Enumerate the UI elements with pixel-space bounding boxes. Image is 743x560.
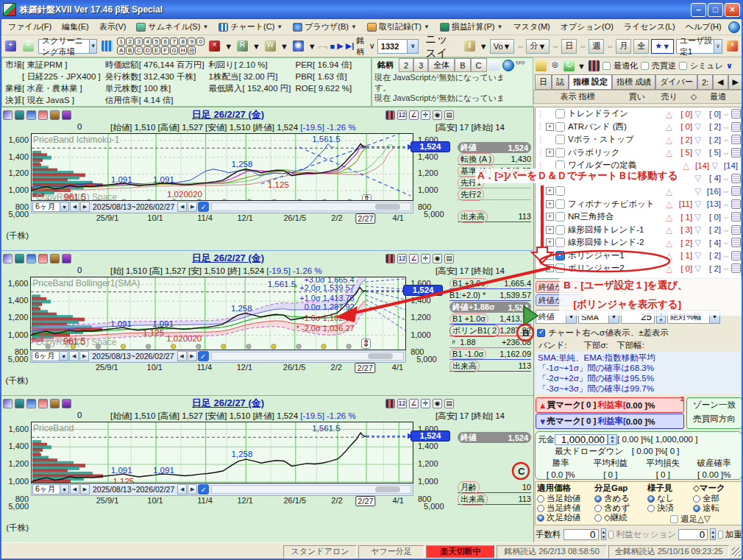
scroll-left-button[interactable]: ◀ xyxy=(70,484,79,495)
add-list-icon[interactable]: + xyxy=(21,38,36,54)
checkbox-最適化[interactable] xyxy=(602,62,611,70)
price-source-select[interactable]: 終値▼ xyxy=(536,310,577,324)
chart-scrollbar-thumb[interactable] xyxy=(368,353,393,359)
menu-item-6[interactable]: ブラウザ(B)▼ xyxy=(288,20,362,34)
page-cell-6[interactable]: 6 xyxy=(161,38,169,46)
period-select[interactable]: 6ヶ月▼ xyxy=(32,484,69,495)
calc-icon[interactable] xyxy=(731,263,741,273)
indicator-row-フィボナッチピボット[interactable]: ┆+フィボナッチピボット△[11]▽[13]⇔ xyxy=(536,198,741,211)
updown-marker[interactable]: ⇕ xyxy=(361,339,371,349)
binoculars-icon[interactable]: 👓 xyxy=(516,58,526,72)
scroll-left-button[interactable]: ◀ xyxy=(177,351,187,361)
page-cell-5[interactable]: 5 xyxy=(152,38,160,46)
radio-option-◇継続[interactable]: ◇継続 xyxy=(594,513,644,522)
radio-option-次足始値[interactable]: 次足始値 xyxy=(537,513,591,522)
principal-spinner[interactable]: ▲▼ xyxy=(608,434,617,445)
radio-icon[interactable] xyxy=(537,495,544,503)
crosshair-icon[interactable]: ✛ xyxy=(421,254,430,263)
compass-icon[interactable]: ◉ xyxy=(291,38,306,54)
indicator-row-NR三角持合[interactable]: ┆+NR三角持合△[ 1]▽[ 0]⇔ xyxy=(536,210,741,224)
spin-down[interactable]: ▼ xyxy=(608,439,616,444)
resize-grip[interactable] xyxy=(732,547,741,556)
eye-icon[interactable]: ◉ xyxy=(433,399,442,408)
indicator-row-ボリンジャー1[interactable]: ┆+ボリンジャー1△[ 1]▽[ 2]⇔ xyxy=(536,249,741,263)
calc-icon[interactable] xyxy=(731,225,741,235)
radio-icon[interactable] xyxy=(594,514,602,522)
radio-icon[interactable] xyxy=(647,505,655,512)
pencil-icon[interactable]: ∠ xyxy=(409,110,419,120)
stock-tab-銘柄[interactable]: 銘柄 xyxy=(372,58,399,72)
indicator-checkbox[interactable] xyxy=(555,186,565,196)
width-type-select[interactable]: 絶対%幅▼ xyxy=(667,310,720,324)
expand-icon[interactable]: + xyxy=(546,238,554,247)
symbol-code-combo[interactable]: 1332∨ xyxy=(377,39,419,54)
principal-input[interactable] xyxy=(555,434,608,445)
calc-icon[interactable] xyxy=(731,122,741,132)
chart-scrollbar-thumb[interactable] xyxy=(375,204,400,210)
calc-icon[interactable] xyxy=(731,251,741,260)
calc-icon[interactable] xyxy=(731,109,741,118)
menu-item-1[interactable]: ファイル(F) xyxy=(3,20,57,34)
session-spinner[interactable]: ▲▼ xyxy=(710,528,716,540)
spin-down[interactable]: ▼ xyxy=(657,317,665,324)
stock-tab-B[interactable]: B xyxy=(455,58,470,72)
note-icon[interactable]: ▤ xyxy=(444,110,454,120)
checkbox-売買逆[interactable] xyxy=(641,62,649,70)
sidebar-tab-2:[interactable]: 2: xyxy=(697,74,713,90)
radio-icon[interactable] xyxy=(537,514,544,522)
indicator-row-線形回帰トレンド-2[interactable]: ┆+線形回帰トレンド-2△[ 2]▽[ 4]⇔ xyxy=(536,236,741,249)
pencil-icon[interactable]: ∠ xyxy=(409,399,419,408)
page-cell-8[interactable]: 8 xyxy=(179,38,187,46)
favorite-star-button[interactable]: ★▼ xyxy=(651,39,674,54)
profit-session-checkbox[interactable] xyxy=(608,531,614,539)
page-number-grid[interactable]: 1234567890ABCDEFGH分 xyxy=(117,38,205,54)
calendar-12-icon[interactable]: 12 xyxy=(397,254,407,263)
expand-icon[interactable]: + xyxy=(546,252,554,260)
stock-tab-全体[interactable]: 全体 xyxy=(428,58,455,72)
indicator-row-hidden-5[interactable]: ┆+△▽[ 4]⇔ xyxy=(536,172,741,185)
stock-tab-C[interactable]: C xyxy=(471,58,487,72)
eye-icon[interactable]: ◉ xyxy=(433,110,442,120)
fee-input[interactable] xyxy=(564,529,599,540)
page-cell-3[interactable]: 3 xyxy=(135,38,143,46)
scroll-right-button[interactable]: ▶ xyxy=(188,351,197,361)
maximize-button[interactable]: □ xyxy=(708,3,723,17)
calc-icon[interactable] xyxy=(731,199,741,209)
spin-up[interactable]: ▲ xyxy=(711,529,715,534)
apply-check-button[interactable]: ✓ xyxy=(198,202,209,212)
note-icon[interactable]: ▤ xyxy=(444,399,454,408)
plot-area-C[interactable]: ⇕PriceBandCopyRight(C) Space961.51,0911,… xyxy=(31,422,413,483)
user-setting-select[interactable]: ユーザ設定1∨ xyxy=(676,39,722,54)
week-checkbox[interactable] xyxy=(670,515,678,523)
page-cell-E[interactable]: E xyxy=(152,46,160,54)
chevron-down-icon[interactable]: ∨ xyxy=(726,61,733,71)
chart-scrollbar[interactable] xyxy=(211,202,411,211)
expand-icon[interactable]: + xyxy=(546,200,554,208)
expand-icon[interactable]: + xyxy=(546,187,554,195)
apply-check-button[interactable]: ✓ xyxy=(198,484,209,495)
indicator-checkbox[interactable] xyxy=(555,263,565,273)
calc-icon[interactable] xyxy=(731,174,741,183)
expand-icon[interactable]: + xyxy=(546,149,554,157)
period-button-全[interactable]: 全 xyxy=(633,39,649,54)
session-input[interactable] xyxy=(678,529,708,540)
target-icon[interactable]: ◎ xyxy=(550,60,561,71)
scroll-right-button[interactable]: ▶ xyxy=(188,484,197,495)
indicator-checkbox[interactable] xyxy=(555,225,565,235)
indicator-row-ATRバンド (西)[interactable]: ┆+ATRバンド (西)△[ 0]▽[ 2]⇔ xyxy=(536,121,741,134)
menu-item-5[interactable]: チャート(C)▼ xyxy=(213,20,288,34)
menu-item-4[interactable]: サムネイル(S)▼ xyxy=(131,20,213,34)
updown-marker[interactable]: ⇕ xyxy=(362,194,372,201)
spin-down[interactable]: ▼ xyxy=(711,534,715,539)
indicator-checkbox[interactable] xyxy=(555,212,565,221)
indicator-checkbox[interactable] xyxy=(555,199,565,209)
radio-icon[interactable] xyxy=(693,495,700,503)
tab-scroll-right[interactable]: ▶ xyxy=(728,74,743,90)
radio-icon[interactable] xyxy=(647,495,655,503)
expand-icon[interactable]: + xyxy=(546,213,554,221)
grid-icon[interactable] xyxy=(99,38,115,54)
menu-item-12[interactable]: ヘルプ(H) xyxy=(680,20,727,34)
checkbox-シミュレ[interactable] xyxy=(679,62,687,70)
calc-icon[interactable] xyxy=(731,212,741,221)
menu-item-2[interactable]: 編集(E) xyxy=(57,20,94,34)
